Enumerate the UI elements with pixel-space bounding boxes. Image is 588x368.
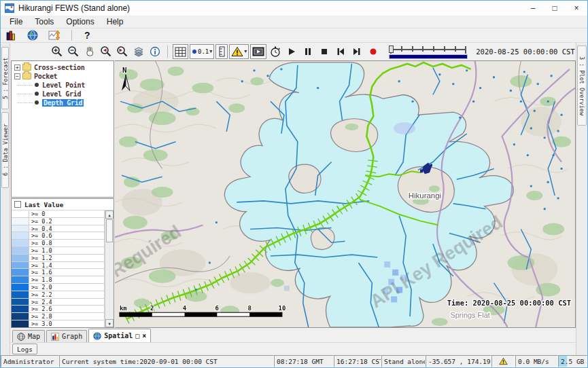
status-warning-icon[interactable] <box>491 355 515 367</box>
zoom-out-button[interactable] <box>66 44 81 59</box>
place-label: Springs Flat <box>450 311 489 319</box>
zoom-previous-button[interactable] <box>99 44 114 59</box>
scroll-down-icon[interactable]: ▼ <box>105 319 114 327</box>
title-bar: Hikurangi FEWS (Stand alone) – □ × <box>1 1 587 16</box>
maximize-button[interactable]: □ <box>544 1 566 16</box>
legend-panel: Last Value >= 0 >= 0.2 >= 0.4 >= 0.6 >= … <box>11 198 114 328</box>
globe-icon <box>93 332 101 340</box>
legend-row[interactable]: >= 1.8 <box>12 276 104 284</box>
current-time-label: 2020-08-25 00:00:00 CST <box>474 48 577 56</box>
record-button[interactable] <box>366 44 381 59</box>
scale-unit: km <box>120 305 127 312</box>
stop-button[interactable] <box>317 44 332 59</box>
map-toolbar: 0.1 ▾ ▾ <box>10 43 576 60</box>
scroll-thumb[interactable] <box>106 219 113 242</box>
help-button[interactable]: ? <box>82 30 93 41</box>
legend-row[interactable]: >= 0 <box>12 210 104 218</box>
info-button[interactable] <box>148 44 162 59</box>
status-mode: Stand alone <box>381 355 426 367</box>
tree-item-level-point[interactable]: Level Point <box>12 81 114 89</box>
town-label: Hikurangi <box>409 191 441 200</box>
legend-row[interactable]: >= 1.2 <box>12 255 104 262</box>
svg-text:2: 2 <box>150 305 154 312</box>
map-canvas[interactable]: API Key Required API Key Required Hikura… <box>115 60 576 328</box>
legend-row[interactable]: >= 2.0 <box>12 284 104 291</box>
grid-display-button[interactable] <box>173 44 188 59</box>
tab-forecast[interactable]: 5 : Forecast <box>1 47 9 109</box>
right-tab-strip: 3 : Plot Overview <box>576 43 587 355</box>
bottom-tab-bar: Map Graph Spatial □ × <box>10 328 576 342</box>
time-slider-thumb[interactable] <box>389 45 394 53</box>
legend-row[interactable]: >= 0.8 <box>12 240 104 247</box>
legend-row[interactable]: >= 1.4 <box>12 262 104 270</box>
warnings-dropdown[interactable]: ▾ <box>229 44 249 59</box>
legend-row[interactable]: >= 0.4 <box>12 225 104 233</box>
step-forward-button[interactable] <box>349 44 364 59</box>
legend-row[interactable]: >= 3.0 <box>12 320 104 327</box>
database-status-button[interactable] <box>3 28 18 43</box>
menu-file[interactable]: File <box>3 17 29 26</box>
status-user: Administrator <box>1 355 59 367</box>
chart-icon <box>51 333 59 341</box>
menu-help[interactable]: Help <box>101 17 130 26</box>
close-tab-button[interactable]: × <box>142 333 146 339</box>
toolbar-separator <box>167 45 168 58</box>
menu-tools[interactable]: Tools <box>29 17 60 26</box>
legend-scrollbar[interactable]: ▲ ▼ <box>105 210 114 327</box>
tab-data-viewer[interactable]: 6 : Data Viewer <box>1 112 9 188</box>
step-back-button[interactable] <box>333 44 348 59</box>
zoom-in-button[interactable] <box>50 44 65 59</box>
play-button[interactable] <box>284 44 299 59</box>
animation-export-button[interactable] <box>250 44 266 59</box>
collapse-icon[interactable]: − <box>14 73 20 79</box>
tab-plot-overview[interactable]: 3 : Plot Overview <box>577 45 587 126</box>
tab-map[interactable]: Map <box>12 330 45 342</box>
tab-graph[interactable]: Graph <box>46 330 87 342</box>
tree-item-pocket[interactable]: − Pocket <box>12 72 114 80</box>
logs-button[interactable]: Logs <box>12 344 37 354</box>
legend-row[interactable]: >= 2.4 <box>12 299 104 306</box>
application-window: Hikurangi FEWS (Stand alone) – □ × File … <box>0 0 588 368</box>
legend-row[interactable]: >= 2.6 <box>12 306 104 313</box>
layers-button[interactable] <box>131 44 146 59</box>
pause-button[interactable] <box>300 44 315 59</box>
tree-item-cross-section[interactable]: + Cross-section <box>12 63 114 71</box>
tree-item-depth-grid[interactable]: Depth Grid <box>12 98 114 107</box>
last-value-checkbox[interactable] <box>14 201 21 208</box>
close-button[interactable]: × <box>566 1 587 16</box>
legend-row[interactable]: >= 0.2 <box>12 218 104 225</box>
time-slider[interactable] <box>387 43 469 60</box>
detach-tab-button[interactable]: □ <box>135 333 139 339</box>
tree-item-level-grid[interactable]: Level Grid <box>12 90 114 98</box>
main-toolbar: ? <box>1 29 587 43</box>
tab-spatial[interactable]: Spatial □ × <box>88 329 151 342</box>
expand-icon[interactable]: + <box>14 65 20 71</box>
svg-text:N: N <box>122 66 127 75</box>
color-swatch <box>12 269 29 276</box>
layers-tree: + Cross-section − Pocket Level Point <box>11 60 114 198</box>
timer-button[interactable] <box>268 44 283 59</box>
color-swatch <box>12 284 29 291</box>
legend-row[interactable]: >= 1.0 <box>12 247 104 255</box>
color-swatch <box>12 240 29 246</box>
color-swatch <box>12 247 29 254</box>
minimize-button[interactable]: – <box>522 1 544 16</box>
legend-table: >= 0 >= 0.2 >= 0.4 >= 0.6 >= 0.8 >= 1.0 … <box>12 210 105 327</box>
status-local-time: 16:27:18 CST <box>334 355 381 367</box>
status-gmt-time: 08:27:18 GMT <box>274 355 334 367</box>
scale-gauge-button[interactable] <box>215 44 228 59</box>
zoom-next-button[interactable] <box>115 44 130 59</box>
legend-row[interactable]: >= 0.6 <box>12 232 104 240</box>
status-download-rate: 0.0 MB/s <box>515 355 558 367</box>
svg-text:6: 6 <box>215 305 219 312</box>
map-display-button[interactable] <box>25 28 40 43</box>
legend-row[interactable]: >= 2.2 <box>12 291 104 299</box>
menu-options[interactable]: Options <box>60 17 100 26</box>
pan-button[interactable] <box>82 44 97 59</box>
timeseries-dialog-button[interactable] <box>47 28 62 43</box>
scroll-up-icon[interactable]: ▲ <box>105 210 114 219</box>
contour-interval-dropdown[interactable]: 0.1 ▾ <box>190 44 214 59</box>
left-tab-strip: 5 : Forecast 6 : Data Viewer <box>1 43 10 355</box>
legend-row[interactable]: >= 2.8 <box>12 313 104 320</box>
legend-row[interactable]: >= 1.6 <box>12 269 104 276</box>
